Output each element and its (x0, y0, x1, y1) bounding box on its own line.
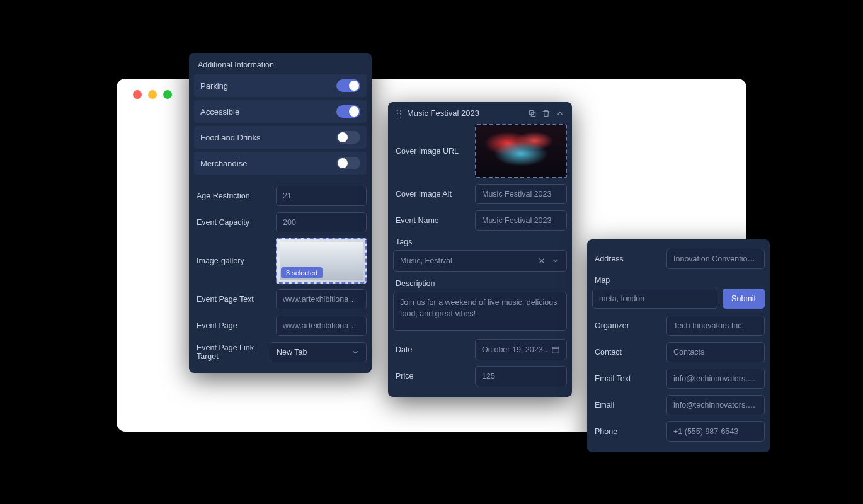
food-toggle[interactable] (336, 131, 360, 144)
description-input[interactable] (393, 292, 567, 331)
chevron-down-icon[interactable] (551, 256, 560, 265)
svg-rect-2 (552, 347, 559, 353)
window-close[interactable] (133, 90, 142, 99)
accessible-toggle-row[interactable]: Accessible (194, 100, 367, 123)
price-label: Price (393, 372, 469, 381)
age-restriction-label: Age Restriction (194, 192, 270, 200)
parking-toggle[interactable] (336, 79, 360, 92)
cover-image-alt-input[interactable] (475, 184, 567, 204)
toggle-label: Food and Drinks (200, 133, 260, 142)
price-input[interactable] (475, 366, 567, 386)
event-page-text-label: Event Page Text (194, 295, 270, 304)
collapse-icon[interactable] (556, 109, 564, 118)
event-page-input[interactable] (276, 316, 367, 336)
calendar-icon (551, 345, 560, 354)
phone-label: Phone (592, 427, 660, 436)
phone-input[interactable] (666, 421, 765, 442)
food-toggle-row[interactable]: Food and Drinks (194, 126, 367, 149)
event-page-text-input[interactable] (276, 289, 367, 309)
capacity-label: Event Capacity (194, 218, 270, 227)
contact-info-panel: Address Map Submit Organizer Contact Ema… (587, 239, 770, 452)
tags-input[interactable]: Music, Festival (393, 250, 567, 272)
email-text-input[interactable] (666, 369, 765, 389)
clear-icon[interactable] (537, 256, 546, 265)
event-name-input[interactable] (475, 210, 567, 231)
email-text-label: Email Text (592, 374, 660, 383)
parking-toggle-row[interactable]: Parking (194, 74, 367, 97)
address-input[interactable] (666, 249, 765, 269)
email-label: Email (592, 401, 660, 410)
gallery-selected-badge: 3 selected (281, 267, 323, 278)
organizer-input[interactable] (666, 316, 765, 336)
contact-label: Contact (592, 348, 660, 357)
toggle-label: Parking (200, 81, 228, 91)
map-label: Map (592, 276, 765, 289)
gallery-label: Image-gallery (194, 256, 270, 265)
toggle-label: Accessible (200, 107, 239, 117)
merchandise-toggle[interactable] (336, 157, 360, 169)
chevron-down-icon (351, 348, 360, 357)
additional-info-panel: Additional Information Parking Accessibl… (189, 53, 372, 373)
date-input[interactable]: October 19, 2023 12 (475, 339, 567, 360)
age-restriction-input[interactable] (276, 186, 367, 206)
contact-input[interactable] (666, 342, 765, 362)
accessible-toggle[interactable] (336, 105, 360, 118)
event-name-label: Event Name (393, 216, 469, 225)
event-details-panel: Music Festival 2023 Cover Image URL Cove… (388, 102, 572, 397)
email-input[interactable] (666, 395, 765, 415)
link-target-label: Event Page Link Target (194, 343, 263, 361)
tags-label: Tags (393, 238, 567, 250)
address-label: Address (592, 255, 660, 263)
drag-handle-icon[interactable] (396, 109, 402, 118)
date-label: Date (393, 345, 469, 354)
organizer-label: Organizer (592, 321, 660, 330)
cover-image-picker[interactable] (475, 124, 567, 178)
event-page-label: Event Page (194, 321, 270, 330)
image-gallery-thumbnail[interactable]: 3 selected (276, 238, 367, 284)
event-panel-title: Music Festival 2023 (407, 108, 523, 118)
link-target-select[interactable]: New Tab (270, 342, 367, 362)
cover-image-alt-label: Cover Image Alt (393, 190, 469, 198)
capacity-input[interactable] (276, 212, 367, 232)
merchandise-toggle-row[interactable]: Merchandise (194, 152, 367, 175)
map-submit-button[interactable]: Submit (723, 289, 765, 309)
delete-icon[interactable] (542, 109, 551, 118)
window-minimize[interactable] (148, 90, 157, 99)
toggle-label: Merchandise (200, 159, 247, 168)
window-controls (133, 90, 172, 99)
cover-image-url-label: Cover Image URL (393, 147, 469, 156)
panel-title: Additional Information (194, 59, 367, 74)
description-label: Description (393, 279, 567, 292)
map-input[interactable] (592, 289, 717, 309)
duplicate-icon[interactable] (528, 109, 537, 118)
window-maximize[interactable] (163, 90, 172, 99)
